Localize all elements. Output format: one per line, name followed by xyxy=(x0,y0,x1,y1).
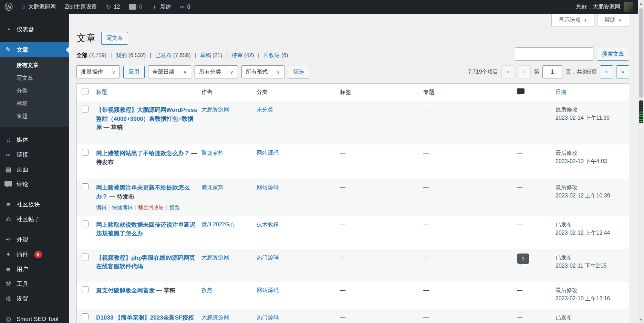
links-check-item[interactable]: ∞ 0 xyxy=(176,0,195,14)
filter-all[interactable]: 全部 xyxy=(76,52,87,58)
comment-count-bubble[interactable]: 1 xyxy=(517,254,529,264)
filter-mine[interactable]: 我的 xyxy=(116,52,127,58)
submenu-categories[interactable]: 分类 xyxy=(0,85,69,97)
sidebar-item-community-posts[interactable]: ✍ 社区帖子 xyxy=(0,212,69,227)
post-title-link[interactable]: D1033 【简单亲测】2023全新SF授权系统源码 V3.7全开源无加密版本 xyxy=(96,314,194,323)
author-link[interactable]: 微JL2022G心 xyxy=(201,222,235,227)
author-link[interactable]: 大鹏资源网 xyxy=(201,314,229,320)
post-title-link[interactable]: 网上赌被网站黑了不给提款怎么办？ xyxy=(96,150,190,157)
sidebar-item-dashboard[interactable]: ◔ 仪表盘 xyxy=(0,22,69,37)
preview-link[interactable]: 预览 xyxy=(169,204,180,210)
filter-trash[interactable]: 回收站 xyxy=(263,52,280,58)
category-filter-select[interactable]: 所有分类 ∨ xyxy=(195,65,238,78)
sidebar-item-links[interactable]: ∞ 链接 xyxy=(0,147,69,162)
author-link[interactable]: 大鹏资源网 xyxy=(201,255,229,260)
add-new-post-button[interactable]: 写文章 xyxy=(101,32,128,45)
next-page-button[interactable]: › xyxy=(600,65,613,78)
tags-cell: — xyxy=(340,309,423,323)
sidebar-item-settings[interactable]: ⚙ 设置 xyxy=(0,291,69,306)
wordpress-menu[interactable]: Ⓦ xyxy=(0,0,17,14)
filter-drafts[interactable]: 草稿 xyxy=(200,52,211,58)
current-page-input[interactable] xyxy=(542,65,562,78)
sidebar-item-smart-seo-tool[interactable]: ◎ Smart SEO Tool xyxy=(0,312,69,323)
post-title-link[interactable]: 网上赌取款说数据未回传还说注单延迟违规被黑了怎么办 xyxy=(96,222,196,237)
sidebar-item-comments[interactable]: 评论 xyxy=(0,177,69,192)
author-link[interactable]: 腾龙家辉 xyxy=(201,150,224,156)
theme-settings-link[interactable]: Zibll主题设置 xyxy=(60,0,101,14)
select-caret-icon: ∨ xyxy=(184,69,187,75)
category-link[interactable]: 未分类 xyxy=(257,107,273,112)
site-link[interactable]: ⌂ 大鹏源码网 xyxy=(17,0,60,14)
sidebar-item-media[interactable]: ♫ 媒体 xyxy=(0,132,69,147)
submenu-new-post[interactable]: 写文章 xyxy=(0,72,69,85)
row-checkbox[interactable] xyxy=(82,254,89,260)
format-filter-select[interactable]: 所有形式 ∨ xyxy=(241,65,285,78)
column-date[interactable]: 日期 xyxy=(555,89,567,95)
post-title-link[interactable]: 聚支付破解版全网首发 xyxy=(96,287,155,294)
new-content-menu[interactable]: ＋ 新建 xyxy=(147,0,176,14)
sidebar-item-appearance[interactable]: ✒ 外观 xyxy=(0,232,69,247)
avatar[interactable] xyxy=(624,2,633,12)
chevron-down-icon: ▼ xyxy=(618,18,622,22)
author-link[interactable]: 孜然 xyxy=(201,287,212,293)
scrollbar-thumb[interactable] xyxy=(639,8,643,98)
category-link[interactable]: 热门源码 xyxy=(257,314,279,320)
last-page-button[interactable]: » xyxy=(616,65,629,78)
row-checkbox[interactable] xyxy=(82,286,89,293)
sidebar-item-pages[interactable]: ▤ 页面 xyxy=(0,162,69,177)
category-link[interactable]: 网站源码 xyxy=(257,150,279,156)
column-title[interactable]: 标题 xyxy=(96,89,107,95)
select-all-checkbox[interactable] xyxy=(82,88,89,95)
help-button[interactable]: 帮助 ▼ xyxy=(597,14,629,27)
submenu-tags[interactable]: 标签 xyxy=(0,97,69,110)
scrollbar[interactable]: ▲ ▼ xyxy=(638,0,644,323)
settings-icon: ⚙ xyxy=(4,295,12,303)
category-link[interactable]: 技术教程 xyxy=(257,222,279,227)
updates-link[interactable]: ↻ 12 xyxy=(101,0,124,14)
plugins-icon: ✦ xyxy=(4,250,12,258)
prev-page-button[interactable]: ‹ xyxy=(518,65,531,78)
table-row: 网上赌被黑注单未更新不给提款怎么办？ — 待发布 编辑|快速编辑|移至回收站|预… xyxy=(77,179,629,216)
submenu-all-posts[interactable]: 所有文章 xyxy=(0,59,69,72)
screen-options-button[interactable]: 显示选项 ▼ xyxy=(551,14,594,27)
sidebar-item-tools[interactable]: ⚒ 工具 xyxy=(0,277,69,291)
scroll-down-icon[interactable]: ▼ xyxy=(638,317,644,322)
filter-pending-count: (42) xyxy=(244,52,254,58)
search-posts-button[interactable]: 搜索文章 xyxy=(597,48,629,61)
submenu-topics[interactable]: 专题 xyxy=(0,110,69,123)
table-row: 网上赌取款说数据未回传还说注单延迟违规被黑了怎么办 微JL2022G心 技术教程… xyxy=(77,216,629,249)
search-input[interactable] xyxy=(515,47,593,61)
sidebar-item-plugins[interactable]: ✦ 插件 6 xyxy=(0,247,69,262)
edit-link[interactable]: 编辑 xyxy=(96,204,106,210)
sidebar-item-users[interactable]: ☻ 用户 xyxy=(0,262,69,277)
category-link[interactable]: 网站源码 xyxy=(257,287,279,293)
trash-link[interactable]: 移至回收站 xyxy=(138,204,164,210)
comments-link[interactable]: 0 xyxy=(124,0,147,14)
filter-button[interactable]: 筛选 xyxy=(288,66,309,78)
row-checkbox[interactable] xyxy=(82,106,89,112)
author-link[interactable]: 大鹏资源网 xyxy=(201,107,229,112)
author-link[interactable]: 腾龙家辉 xyxy=(201,184,224,190)
row-checkbox[interactable] xyxy=(82,183,89,190)
sidebar-item-community-board[interactable]: ≡ 社区板块 xyxy=(0,197,69,212)
apply-button[interactable]: 应用 xyxy=(123,66,145,78)
appearance-icon: ✒ xyxy=(4,236,12,244)
category-link[interactable]: 热门源码 xyxy=(257,255,279,260)
row-checkbox[interactable] xyxy=(82,313,89,320)
category-link[interactable]: 网站源码 xyxy=(257,184,279,190)
scroll-up-icon[interactable]: ▲ xyxy=(638,1,644,6)
first-page-button[interactable]: « xyxy=(501,65,515,78)
row-checkbox[interactable] xyxy=(82,149,89,156)
bulk-actions-select[interactable]: 批量操作 ∨ xyxy=(76,65,120,78)
seo-icon: ◎ xyxy=(4,315,12,323)
sidebar-item-posts[interactable]: ✎ 文章 xyxy=(0,42,69,57)
quick-edit-link[interactable]: 快速编辑 xyxy=(112,204,133,210)
tools-icon: ⚒ xyxy=(4,280,12,288)
row-checkbox[interactable] xyxy=(82,220,89,227)
post-title-link[interactable]: 【视频教程】php客服在线IM源码网页在线客服软件代码 xyxy=(96,255,195,270)
filter-published[interactable]: 已发布 xyxy=(155,52,172,58)
date-filter-select[interactable]: 全部日期 ∨ xyxy=(148,65,191,78)
user-greeting[interactable]: 您好，大鹏资源网 xyxy=(576,3,620,11)
date-cell: 最后修改2023-02-12 上午10:39 xyxy=(555,179,629,204)
filter-pending[interactable]: 待审 xyxy=(232,52,243,58)
